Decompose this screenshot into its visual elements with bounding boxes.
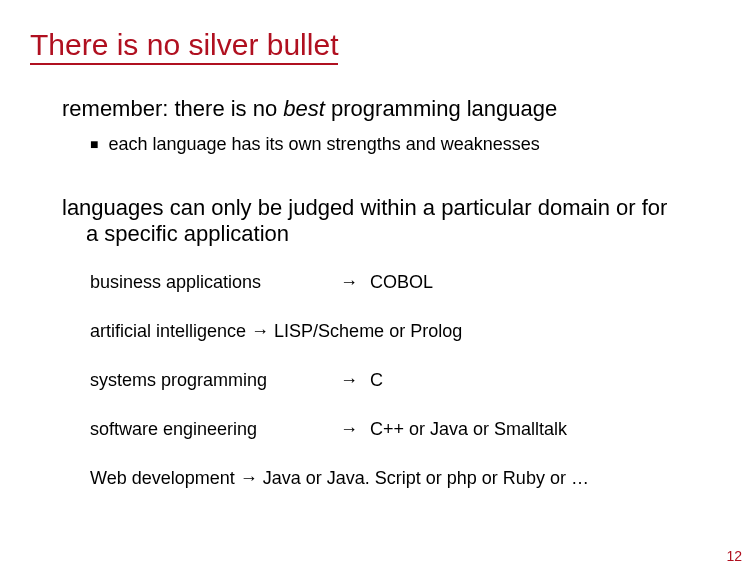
arrow-icon: → [340, 370, 370, 391]
subpoint-strengths: ■ each language has its own strengths an… [90, 134, 702, 155]
example-domain: software engineering [90, 419, 340, 440]
example-systems: systems programming → C [90, 370, 702, 391]
text: programming language [325, 96, 557, 121]
point-remember: remember: there is no best programming l… [62, 96, 702, 122]
examples-list: business applications → COBOL artificial… [90, 272, 702, 489]
text: remember: there is no [62, 96, 283, 121]
example-lang: COBOL [370, 272, 702, 293]
text: artificial intelligence → LISP/Scheme or… [90, 321, 462, 341]
slide-title: There is no silver bullet [30, 28, 338, 65]
page-number: 12 [726, 548, 742, 564]
arrow-icon: → [340, 419, 370, 440]
text: Web development → Java or Java. Script o… [90, 468, 589, 488]
example-software-eng: software engineering → C++ or Java or Sm… [90, 419, 702, 440]
bullet-icon: ■ [90, 136, 98, 152]
example-lang: C [370, 370, 702, 391]
slide-body: remember: there is no best programming l… [62, 96, 702, 489]
emphasis-best: best [283, 96, 325, 121]
example-lang: C++ or Java or Smalltalk [370, 419, 702, 440]
text: languages can only be judged within a pa… [62, 195, 667, 220]
example-business: business applications → COBOL [90, 272, 702, 293]
example-domain: systems programming [90, 370, 340, 391]
example-web: Web development → Java or Java. Script o… [90, 468, 702, 489]
slide: There is no silver bullet remember: ther… [0, 0, 756, 576]
point-domain: languages can only be judged within a pa… [62, 195, 702, 248]
text: a specific application [62, 221, 702, 247]
text: each language has its own strengths and … [108, 134, 539, 155]
example-domain: business applications [90, 272, 340, 293]
example-ai: artificial intelligence → LISP/Scheme or… [90, 321, 702, 342]
arrow-icon: → [340, 272, 370, 293]
